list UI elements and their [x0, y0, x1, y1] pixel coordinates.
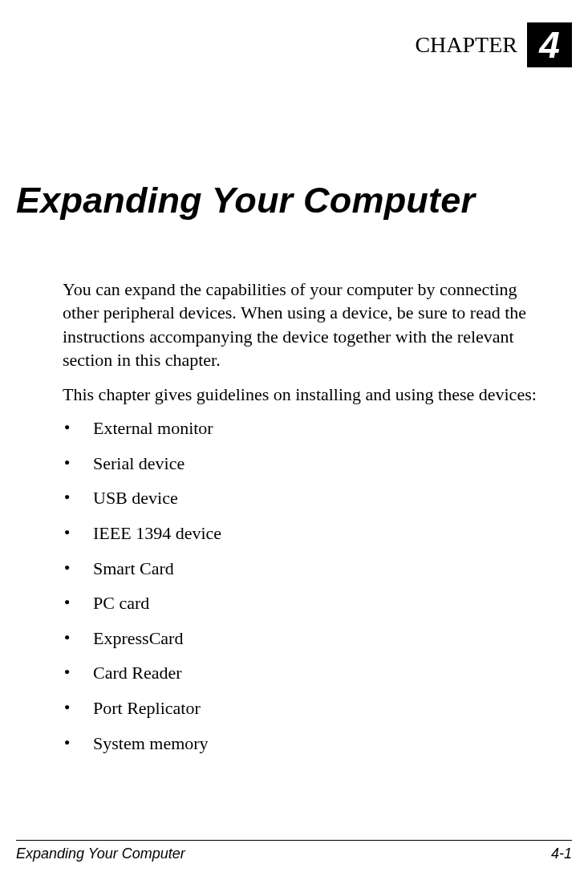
list-item: Port Replicator [63, 697, 556, 720]
body-content: You can expand the capabilities of your … [16, 278, 572, 755]
intro-paragraph-1: You can expand the capabilities of your … [63, 278, 556, 371]
list-item: Card Reader [63, 662, 556, 685]
list-item: Smart Card [63, 558, 556, 581]
list-item: USB device [63, 487, 556, 510]
chapter-number-box: 4 [527, 22, 572, 67]
footer-rule [16, 840, 572, 841]
list-item: System memory [63, 732, 556, 756]
list-item: Serial device [63, 452, 556, 476]
intro-paragraph-2: This chapter gives guidelines on install… [63, 383, 556, 406]
device-list: External monitor Serial device USB devic… [63, 417, 556, 755]
chapter-label: CHAPTER [415, 32, 517, 58]
footer-title: Expanding Your Computer [16, 846, 185, 862]
chapter-header: CHAPTER 4 [16, 22, 572, 67]
chapter-number: 4 [539, 26, 560, 63]
page-title: Expanding Your Computer [16, 180, 572, 221]
list-item: ExpressCard [63, 627, 556, 651]
list-item: External monitor [63, 417, 556, 440]
list-item: PC card [63, 592, 556, 615]
list-item: IEEE 1394 device [63, 522, 556, 545]
page-footer: Expanding Your Computer 4-1 [16, 840, 572, 862]
footer-row: Expanding Your Computer 4-1 [16, 846, 572, 862]
footer-page-number: 4-1 [551, 846, 572, 862]
